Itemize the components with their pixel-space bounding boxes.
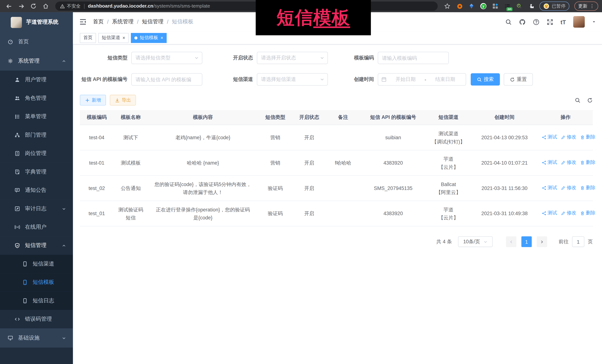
bookmark-star-icon[interactable] (442, 1, 452, 11)
cell-name: 测试验证码 短信 (114, 201, 148, 226)
edit-link[interactable]: 修改 (561, 133, 576, 141)
edit-link[interactable]: 修改 (561, 184, 576, 192)
browser-reload-button[interactable] (28, 1, 38, 11)
sidebar-item-user[interactable]: 用户管理 (0, 71, 73, 89)
status-select[interactable]: 请选择开启状态 (257, 52, 328, 64)
reset-button[interactable]: 重置 (504, 73, 533, 85)
channel-select[interactable]: 请选择短信渠道 (257, 73, 328, 85)
sidebar-item-errcode[interactable]: 错误码管理 (0, 310, 73, 328)
tag-sms-channel[interactable]: 短信渠道× (98, 33, 129, 43)
browser-forward-button[interactable] (16, 1, 26, 11)
delete-link[interactable]: 删除 (580, 158, 595, 167)
url-bar[interactable]: 不安全 dashboard.yudao.iocoder.cn/system/sm… (55, 1, 438, 11)
chevron-down-icon (62, 207, 66, 211)
sidebar-item-sms[interactable]: 短信管理 (0, 236, 73, 255)
active-dot (134, 36, 138, 40)
extension-donut-icon[interactable] (456, 3, 463, 10)
extensions-puzzle-icon[interactable] (527, 3, 534, 10)
share-icon (542, 160, 546, 165)
on-badge: on (506, 7, 513, 11)
browser-home-button[interactable] (41, 1, 51, 11)
browser-update-pill[interactable]: 更新 ⋮ (574, 1, 598, 11)
test-link[interactable]: 测试 (542, 133, 557, 141)
cell-name: 测试下 (114, 125, 148, 150)
sidebar-item-label: 审计日志 (25, 205, 46, 212)
sms-type-select[interactable]: 请选择短信类型 (131, 52, 202, 64)
goto-page-input[interactable] (572, 236, 584, 247)
help-icon[interactable] (533, 19, 539, 25)
sidebar-item-dept[interactable]: 部门管理 (0, 126, 73, 144)
breadcrumb-system[interactable]: 系统管理 (112, 18, 134, 25)
col-header: 模板内容 (148, 110, 258, 125)
sidebar-item-home[interactable]: 首页 (0, 32, 73, 52)
sidebar-item-dict[interactable]: 字典管理 (0, 163, 73, 181)
search-button[interactable]: 搜索 (471, 73, 500, 85)
template-code-input[interactable] (378, 52, 449, 64)
sidebar-item-system[interactable]: 系统管理 (0, 52, 73, 71)
export-button[interactable]: 导出 (110, 95, 136, 105)
extension-gem-icon[interactable] (468, 3, 475, 10)
browser-menu-icon[interactable]: ⋮ (590, 3, 594, 9)
toggle-search-icon[interactable] (575, 97, 580, 103)
sidebar-item-notice[interactable]: 通知公告 (0, 181, 73, 199)
tag-sms-template[interactable]: 短信模板× (131, 33, 167, 43)
sidebar-item-post[interactable]: 岗位管理 (0, 144, 73, 163)
hamburger-icon[interactable] (79, 18, 87, 26)
cell-name: 公告通知 (114, 176, 148, 201)
delete-link[interactable]: 删除 (580, 133, 595, 141)
table-row: test_01测试验证码 短信正在进行登录操作{operation}，您的验证码… (80, 201, 593, 226)
add-button[interactable]: 新增 (80, 95, 106, 105)
sidebar-item-menu[interactable]: 菜单管理 (0, 107, 73, 126)
prev-page-button[interactable] (506, 236, 516, 247)
sidebar-item-infra[interactable]: 基础设施 (0, 328, 73, 348)
close-icon[interactable]: × (161, 35, 163, 41)
extension-grid-icon[interactable] (492, 3, 499, 10)
extension-magnifier-icon[interactable] (516, 3, 523, 10)
sidebar-item-sms-channel[interactable]: 短信渠道 (0, 255, 73, 273)
sidebar-item-audit[interactable]: 审计日志 (0, 199, 73, 218)
share-icon (542, 135, 546, 140)
logo-avatar (11, 17, 22, 28)
avatar-caret-icon[interactable] (592, 20, 596, 24)
page-size-select[interactable]: 10条/页 (458, 236, 493, 247)
sidebar-logo[interactable]: 芋道管理系统 (0, 12, 73, 32)
app-title: 芋道管理系统 (26, 19, 58, 26)
page-1-button[interactable]: 1 (521, 236, 532, 247)
sidebar-item-label: 菜单管理 (25, 113, 46, 120)
test-link[interactable]: 测试 (542, 184, 557, 192)
test-link[interactable]: 测试 (542, 209, 557, 217)
user-avatar[interactable] (573, 16, 585, 28)
extension-list-icon[interactable]: on (504, 3, 511, 10)
page-unit-label: 页 (588, 238, 593, 245)
breadcrumb-home[interactable]: 首页 (93, 18, 104, 25)
next-page-button[interactable] (537, 236, 547, 247)
trash-icon (580, 135, 585, 140)
cell-channel: Ballcat 【阿里云】 (426, 176, 471, 201)
created-range-picker[interactable]: 开始日期 - 结束日期 (378, 73, 466, 85)
browser-back-button[interactable] (4, 1, 14, 11)
sidebar-item-online[interactable]: 在线用户 (0, 218, 73, 236)
test-link[interactable]: 测试 (542, 158, 557, 167)
cell-remark (326, 125, 360, 150)
fullscreen-icon[interactable] (547, 19, 553, 25)
sidebar-item-role[interactable]: 角色管理 (0, 89, 73, 107)
cell-status: 开启 (292, 176, 326, 201)
breadcrumb-sms[interactable]: 短信管理 (142, 18, 163, 25)
profile-paused-pill[interactable]: 已暂停 (539, 1, 570, 11)
refresh-table-icon[interactable] (587, 97, 593, 103)
page-content: 短信类型 请选择短信类型 开启状态 请选择开启状态 (73, 44, 602, 364)
api-template-id-input[interactable] (131, 73, 202, 85)
header-search-icon[interactable] (505, 19, 512, 25)
tag-home[interactable]: 首页 (80, 33, 96, 43)
extension-y-icon[interactable]: y (480, 3, 487, 10)
close-icon[interactable]: × (122, 35, 125, 41)
sidebar-item-sms-log[interactable]: 短信日志 (0, 291, 73, 310)
delete-link[interactable]: 删除 (580, 209, 595, 217)
github-icon[interactable] (519, 19, 526, 25)
cell-created: 2021-03-31 11:56:30 (471, 176, 538, 201)
font-size-icon[interactable]: tT (560, 19, 566, 25)
edit-link[interactable]: 修改 (561, 158, 576, 167)
edit-link[interactable]: 修改 (561, 209, 576, 217)
sidebar-item-sms-template[interactable]: 短信模板 (0, 273, 73, 291)
delete-link[interactable]: 删除 (580, 184, 595, 192)
